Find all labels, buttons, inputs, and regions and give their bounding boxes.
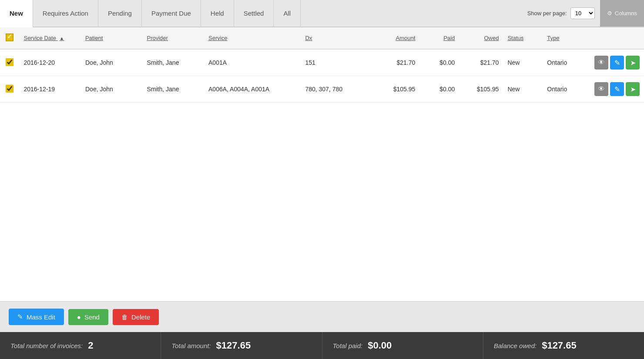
table-row: 2016-12-20 Doe, John Smith, Jane A001A 1…: [0, 49, 644, 76]
columns-button[interactable]: ⚙ Columns: [600, 0, 644, 27]
table-row: 2016-12-19 Doe, John Smith, Jane A006A, …: [0, 76, 644, 103]
total-invoices-value: 2: [88, 340, 93, 351]
total-amount-value: $127.65: [216, 340, 251, 351]
tab-held[interactable]: Held: [201, 0, 234, 27]
row-2-paid: $0.00: [419, 76, 459, 103]
row-1-check-cell: [0, 49, 19, 76]
total-invoices-label: Total number of invoices:: [10, 342, 83, 349]
tab-pending[interactable]: Pending: [98, 0, 142, 27]
footer-total-invoices: Total number of invoices: 2: [0, 332, 161, 359]
action-bar: ✎ Mass Edit ● Send 🗑 Delete: [0, 301, 644, 332]
row-2-checkbox[interactable]: [6, 85, 13, 93]
per-page-select[interactable]: 10 25 50 100: [570, 7, 595, 19]
eye-icon: 👁: [598, 59, 605, 66]
show-per-page-control: Show per page: 10 25 50 100: [522, 0, 600, 27]
row-1-provider: Smith, Jane: [143, 49, 205, 76]
row-1-edit-button[interactable]: ✎: [610, 56, 624, 70]
mass-edit-button[interactable]: ✎ Mass Edit: [9, 309, 64, 325]
header-amount[interactable]: Amount: [371, 27, 419, 49]
total-paid-value: $0.00: [368, 340, 392, 351]
row-2-patient: Doe, John: [81, 76, 143, 103]
header-dx[interactable]: Dx: [301, 27, 371, 49]
total-paid-label: Total paid:: [333, 342, 363, 349]
row-1-paid: $0.00: [419, 49, 459, 76]
pencil-icon: ✎: [17, 313, 23, 321]
row-2-action-btns: 👁 ✎ ➤: [591, 82, 640, 96]
header-status[interactable]: Status: [503, 27, 543, 49]
row-1-patient: Doe, John: [81, 49, 143, 76]
row-2-status: New: [503, 76, 543, 103]
footer-balance-owed: Balance owed: $127.65: [483, 332, 644, 359]
send-icon: ➤: [630, 85, 636, 93]
columns-label: Columns: [615, 10, 637, 17]
trash-icon: 🗑: [121, 313, 128, 321]
footer-stats: Total number of invoices: 2 Total amount…: [0, 332, 644, 359]
send-button[interactable]: ● Send: [68, 309, 108, 325]
row-1-checkbox[interactable]: [6, 58, 13, 66]
send-icon: ➤: [630, 59, 636, 67]
row-2-dx: 780, 307, 780: [301, 76, 371, 103]
tab-all[interactable]: All: [274, 0, 301, 27]
row-2-provider: Smith, Jane: [143, 76, 205, 103]
row-1-send-button[interactable]: ➤: [626, 56, 640, 70]
tab-payment-due[interactable]: Payment Due: [142, 0, 201, 27]
header-check: [0, 27, 19, 49]
header-patient[interactable]: Patient: [81, 27, 143, 49]
row-2-amount: $105.95: [371, 76, 419, 103]
row-2-service-date: 2016-12-19: [19, 76, 81, 103]
sort-arrow-up: ▲: [60, 36, 64, 41]
row-1-owed: $21.70: [459, 49, 503, 76]
tab-new[interactable]: New: [0, 0, 33, 27]
row-1-action-btns: 👁 ✎ ➤: [591, 56, 640, 70]
footer-total-paid: Total paid: $0.00: [322, 332, 483, 359]
footer-total-amount: Total amount: $127.65: [161, 332, 322, 359]
row-2-view-button[interactable]: 👁: [594, 82, 608, 96]
header-service-date[interactable]: Service Date ▲: [19, 27, 81, 49]
row-1-type: Ontario: [543, 49, 587, 76]
row-2-send-button[interactable]: ➤: [626, 82, 640, 96]
eye-icon: 👁: [598, 85, 605, 93]
row-2-type: Ontario: [543, 76, 587, 103]
delete-button[interactable]: 🗑 Delete: [113, 309, 159, 325]
header-provider[interactable]: Provider: [143, 27, 205, 49]
header-owed[interactable]: Owed: [459, 27, 503, 49]
header-paid[interactable]: Paid: [419, 27, 459, 49]
header-actions: [587, 27, 644, 49]
total-amount-label: Total amount:: [171, 342, 211, 349]
tabs-spacer: [301, 0, 522, 27]
gear-icon: ⚙: [607, 10, 612, 17]
row-2-check-cell: [0, 76, 19, 103]
row-2-owed: $105.95: [459, 76, 503, 103]
row-1-amount: $21.70: [371, 49, 419, 76]
header-type[interactable]: Type: [543, 27, 587, 49]
row-1-actions: 👁 ✎ ➤: [587, 49, 644, 76]
balance-owed-value: $127.65: [542, 340, 577, 351]
tab-settled[interactable]: Settled: [234, 0, 274, 27]
show-per-page-label: Show per page:: [527, 10, 567, 17]
row-1-status: New: [503, 49, 543, 76]
row-2-edit-button[interactable]: ✎: [610, 82, 624, 96]
header-service[interactable]: Service: [204, 27, 301, 49]
row-1-view-button[interactable]: 👁: [594, 56, 608, 70]
send-circle-icon: ●: [77, 313, 81, 321]
pencil-icon: ✎: [614, 59, 620, 67]
invoice-table-container: Service Date ▲ Patient Provider Service …: [0, 27, 644, 301]
tabs-bar: New Requires Action Pending Payment Due …: [0, 0, 644, 27]
balance-owed-label: Balance owed:: [494, 342, 537, 349]
row-2-actions: 👁 ✎ ➤: [587, 76, 644, 103]
row-1-dx: 151: [301, 49, 371, 76]
row-2-service: A006A, A004A, A001A: [204, 76, 301, 103]
pencil-icon: ✎: [614, 85, 620, 93]
invoice-table: Service Date ▲ Patient Provider Service …: [0, 27, 644, 103]
row-1-service: A001A: [204, 49, 301, 76]
row-1-service-date: 2016-12-20: [19, 49, 81, 76]
tab-requires-action[interactable]: Requires Action: [33, 0, 98, 27]
select-all-checkbox[interactable]: [6, 33, 13, 41]
